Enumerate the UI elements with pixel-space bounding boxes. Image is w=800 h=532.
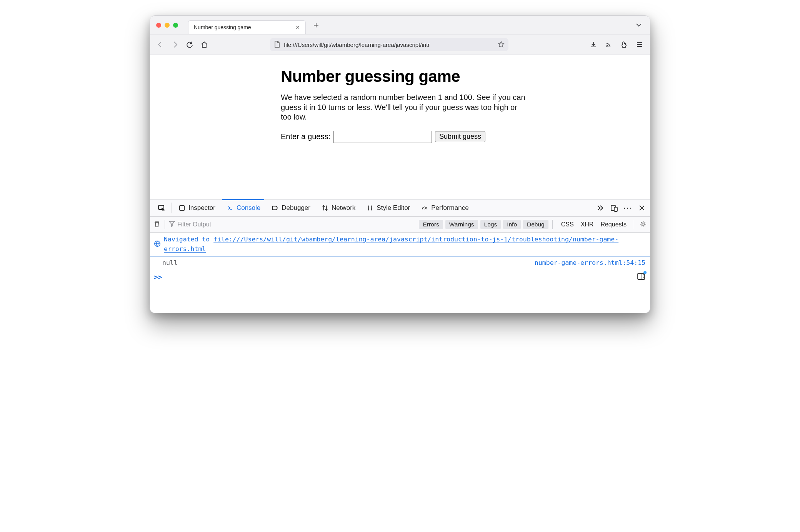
tab-network[interactable]: Network: [316, 200, 361, 216]
close-window-button[interactable]: [156, 23, 161, 28]
log-message-text: null: [154, 259, 178, 266]
filter-placeholder: Filter Output: [177, 221, 211, 228]
back-button[interactable]: [155, 39, 166, 50]
inspector-icon: [178, 204, 186, 211]
svg-rect-10: [614, 207, 617, 211]
pick-element-button[interactable]: [152, 200, 171, 216]
globe-icon: [154, 240, 161, 249]
filter-requests[interactable]: Requests: [600, 221, 627, 228]
page-viewport: Number guessing game We have selected a …: [150, 55, 650, 199]
filter-debug[interactable]: Debug: [523, 220, 548, 229]
nav-toolbar: file:///Users/will/git/wbamberg/learning…: [150, 34, 650, 55]
tab-label: Performance: [431, 204, 468, 212]
tab-performance[interactable]: Performance: [415, 200, 474, 216]
bookmark-star-button[interactable]: [498, 41, 505, 49]
clear-console-button[interactable]: [153, 220, 161, 229]
browser-window: Number guessing game ✕ ＋: [150, 15, 650, 313]
network-icon: [321, 204, 329, 211]
filter-info[interactable]: Info: [503, 220, 521, 229]
log-level-buttons: Errors Warnings Logs Info Debug: [419, 220, 548, 229]
nav-url-link[interactable]: file:///Users/will/git/wbamberg/learning…: [164, 236, 618, 253]
log-message-row: null number-game-errors.html:54:15: [150, 257, 650, 269]
app-menu-button[interactable]: [634, 39, 645, 50]
console-log: Navigated to file:///Users/will/git/wbam…: [150, 233, 650, 313]
svg-rect-6: [180, 206, 185, 211]
browser-tab[interactable]: Number guessing game ✕: [188, 20, 306, 34]
tab-label: Debugger: [282, 204, 310, 212]
performance-icon: [421, 204, 428, 211]
console-icon: [226, 204, 234, 211]
pick-element-icon: [158, 204, 165, 212]
guess-input[interactable]: [333, 131, 432, 143]
url-text: file:///Users/will/git/wbamberg/learning…: [284, 42, 494, 48]
close-devtools-button[interactable]: [638, 204, 646, 211]
console-settings-button[interactable]: [639, 220, 647, 229]
style-editor-icon: [366, 204, 374, 211]
svg-marker-13: [169, 221, 175, 226]
filter-css[interactable]: CSS: [561, 221, 574, 228]
debugger-icon: [271, 204, 279, 211]
filter-logs[interactable]: Logs: [480, 220, 501, 229]
all-tabs-button[interactable]: [632, 22, 646, 28]
log-source-link[interactable]: number-game-errors.html:54:15: [535, 259, 645, 266]
tab-label: Console: [237, 204, 260, 212]
tab-inspector[interactable]: Inspector: [173, 200, 221, 216]
minimize-window-button[interactable]: [165, 23, 170, 28]
new-tab-button[interactable]: ＋: [310, 19, 323, 31]
log-navigation-row: Navigated to file:///Users/will/git/wbam…: [150, 233, 650, 257]
home-button[interactable]: [198, 39, 210, 50]
more-tabs-button[interactable]: [596, 205, 605, 211]
page-icon: [274, 41, 280, 49]
tab-label: Network: [332, 204, 355, 212]
tab-label: Inspector: [188, 204, 215, 212]
svg-line-8: [425, 208, 426, 209]
page-description: We have selected a random number between…: [281, 93, 527, 122]
svg-marker-0: [498, 41, 504, 47]
page-content: Number guessing game We have selected a …: [281, 67, 527, 143]
responsive-mode-button[interactable]: [610, 204, 618, 212]
editor-badge-icon: [643, 271, 647, 274]
reload-button[interactable]: [184, 39, 195, 50]
forward-button[interactable]: [169, 39, 181, 50]
page-heading: Number guessing game: [281, 67, 527, 86]
svg-point-1: [607, 46, 608, 47]
filter-icon: [169, 221, 175, 228]
guess-label: Enter a guess:: [281, 132, 330, 141]
category-filters: CSS XHR Requests: [561, 221, 627, 228]
source-line: 54: [626, 259, 634, 266]
toolbar-right: [588, 39, 645, 50]
console-input-row[interactable]: >>: [150, 269, 650, 313]
filter-xhr[interactable]: XHR: [581, 221, 594, 228]
tab-title: Number guessing game: [194, 24, 251, 30]
submit-guess-button[interactable]: Submit guess: [435, 131, 485, 142]
tab-console[interactable]: Console: [221, 200, 266, 216]
source-col: 15: [638, 259, 645, 266]
svg-point-14: [642, 223, 644, 225]
devtools-menu-button[interactable]: ···: [624, 203, 632, 213]
guess-form: Enter a guess: Submit guess: [281, 131, 527, 143]
nav-prefix: Navigated to: [164, 236, 213, 243]
filter-warnings[interactable]: Warnings: [445, 220, 478, 229]
tab-debugger[interactable]: Debugger: [266, 200, 316, 216]
rss-icon[interactable]: [603, 39, 615, 50]
console-filterbar: Filter Output Errors Warnings Logs Info …: [150, 217, 650, 233]
devtools-panel: Inspector Console Debugger: [150, 199, 650, 313]
titlebar: Number guessing game ✕ ＋: [150, 16, 650, 34]
window-controls: [156, 23, 178, 28]
toggle-editor-button[interactable]: [637, 272, 645, 282]
svg-rect-16: [638, 273, 645, 279]
address-bar[interactable]: file:///Users/will/git/wbamberg/learning…: [270, 38, 508, 51]
maximize-window-button[interactable]: [173, 23, 178, 28]
filter-errors[interactable]: Errors: [419, 220, 443, 229]
devtools-tabbar: Inspector Console Debugger: [150, 200, 650, 217]
console-prompt-icon: >>: [154, 273, 162, 281]
close-tab-button[interactable]: ✕: [294, 23, 302, 31]
log-navigation-text: Navigated to file:///Users/will/git/wbam…: [164, 235, 645, 254]
filter-output-input[interactable]: Filter Output: [169, 221, 417, 228]
extensions-button[interactable]: [618, 39, 630, 50]
downloads-button[interactable]: [588, 39, 599, 50]
tab-style-editor[interactable]: Style Editor: [361, 200, 415, 216]
tab-label: Style Editor: [377, 204, 410, 212]
source-file: number-game-errors.html: [535, 259, 622, 266]
